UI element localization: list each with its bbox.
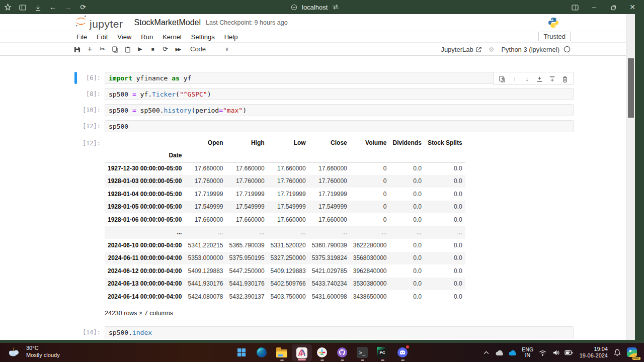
table-cell: 5365.790039 [226,239,268,252]
wifi-icon[interactable] [536,348,549,357]
edge-browser-app[interactable] [252,343,272,362]
copy-cells-button[interactable] [109,45,121,53]
row-index-cell: 1928-01-06 00:00:00-05:00 [105,213,185,226]
code-token: (period [191,107,219,114]
cell-editor[interactable]: sp500 = sp500.history(period="max") [105,104,574,116]
menu-file[interactable]: File [76,32,87,42]
delete-cell-icon[interactable] [558,74,571,82]
restart-kernel-button[interactable]: ⟳ [159,45,172,53]
table-cell: 17.549999 [185,201,226,214]
table-cell: 17.760000 [309,175,350,188]
table-cell: 5441.930176 [185,278,226,291]
column-header: Low [268,136,309,149]
run-cell-button[interactable]: ▶ [134,46,146,52]
paste-cells-button[interactable] [121,45,134,53]
table-cell: 17.719999 [226,188,268,201]
maximize-button[interactable] [604,3,623,11]
cell-editor[interactable]: sp500.index [105,326,574,338]
code-cell-14[interactable]: [14]: sp500.index [0,326,626,338]
close-button[interactable]: ✕ [623,3,642,11]
sidebar-toggle-icon[interactable] [15,3,30,11]
insert-cell-above-icon[interactable] [533,74,546,82]
table-cell: ... [425,226,465,239]
table-cell: 3622280000 [350,239,390,252]
menu-run[interactable]: Run [141,32,153,42]
open-in-jupyterlab-link[interactable]: JupyterLab [441,46,481,53]
trusted-badge[interactable]: Trusted [538,32,571,41]
cell-type-value: Code [190,45,206,53]
file-explorer-app[interactable] [272,343,292,362]
table-cell: 5375.319824 [309,252,350,265]
empty-header-cell [350,149,390,162]
url-text: localhost [302,4,328,11]
minimize-button[interactable]: – [585,3,604,11]
site-info-icon[interactable] [291,4,297,11]
clock[interactable]: 19:04 19-06-2024 [580,346,608,359]
onedrive-personal-icon[interactable] [493,348,506,357]
address-bar[interactable]: localhost [291,0,339,14]
cell-editor[interactable]: sp500 [105,120,574,132]
cell-type-dropdown[interactable]: Code ∨ [190,45,229,53]
table-cell: 0.0 [425,201,465,214]
language-indicator[interactable]: ENG IN [519,347,536,358]
interrupt-kernel-button[interactable]: ■ [146,46,159,52]
side-panel-icon[interactable] [566,3,585,11]
code-cell-8[interactable]: [8]: sp500 = yf.Ticker("^GSPC") [0,88,626,100]
scrollbar-thumb[interactable] [628,58,634,118]
code-cell-12[interactable]: [12]: sp500 [0,120,626,132]
forward-icon[interactable]: → [60,3,75,11]
cut-cells-button[interactable]: ✂ [96,45,109,53]
save-button[interactable] [71,45,84,53]
table-cell: 5353.000000 [185,252,226,265]
tab-switch-icon[interactable] [332,4,339,10]
active-app[interactable] [292,344,312,361]
github-desktop-app[interactable] [332,343,352,362]
menu-view[interactable]: View [117,32,131,42]
volume-icon[interactable] [549,348,562,357]
move-cell-down-icon[interactable]: ↓ [521,75,533,82]
notification-badge [405,344,410,349]
notifications-bell-icon[interactable] [611,348,624,357]
onedrive-icon[interactable] [506,348,519,357]
restart-run-all-button[interactable]: ▶▶ [172,47,184,52]
page-scrollbar[interactable] [626,14,635,340]
duplicate-cell-icon[interactable] [496,74,508,82]
slack-app[interactable] [312,343,332,362]
jupyterlab-link-label: JupyterLab [441,46,473,53]
battery-icon[interactable] [562,348,576,357]
empty-header-cell [425,149,465,162]
downloads-icon[interactable] [30,3,45,11]
pycharm-app[interactable]: PC [372,343,392,362]
row-index-cell: 1928-01-05 00:00:00-05:00 [105,201,185,214]
refresh-icon[interactable]: ⟳ [75,3,91,11]
move-cell-up-icon[interactable]: ↑ [508,75,521,82]
code-token: "max" [223,107,243,114]
copilot-preview-icon[interactable]: PRE [626,346,639,359]
kernel-selector[interactable]: Python 3 (ipykernel) [501,46,571,53]
terminal-app[interactable]: >_ [352,343,372,362]
jupyter-logo[interactable]: jupyter [74,15,123,30]
menu-edit[interactable]: Edit [97,32,108,42]
insert-cell-below-icon[interactable] [546,74,558,82]
start-button[interactable] [231,343,252,362]
taskbar-weather-widget[interactable]: 30°C Mostly cloudy [7,344,60,358]
table-cell: 5441.930176 [226,278,268,291]
debugger-icon[interactable]: ⚙ [489,46,495,53]
insert-cell-button[interactable]: + [84,45,96,54]
discord-app[interactable] [392,343,413,362]
tray-chevron-up-icon[interactable] [480,348,493,357]
menu-kernel[interactable]: Kernel [163,32,182,42]
back-icon[interactable]: ← [45,3,60,11]
weather-icon [7,345,22,358]
browser-logo-icon[interactable] [0,3,15,12]
table-cell: 17.660000 [268,162,309,175]
menu-help[interactable]: Help [224,32,238,42]
table-row: 1928-01-03 00:00:00-05:0017.76000017.760… [105,175,465,188]
code-cell-6[interactable]: [6]: import yfinance as yf ↑ ↓ [0,72,626,84]
menu-settings[interactable]: Settings [191,32,215,42]
table-cell: 5447.250000 [226,264,268,278]
cell-editor[interactable]: sp500 = yf.Ticker("^GSPC") [105,88,574,100]
code-cell-10[interactable]: [10]: sp500 = sp500.history(period="max"… [0,104,626,116]
notebook-title[interactable]: StockMarketModel [134,18,201,27]
python-logo-icon [547,17,559,31]
